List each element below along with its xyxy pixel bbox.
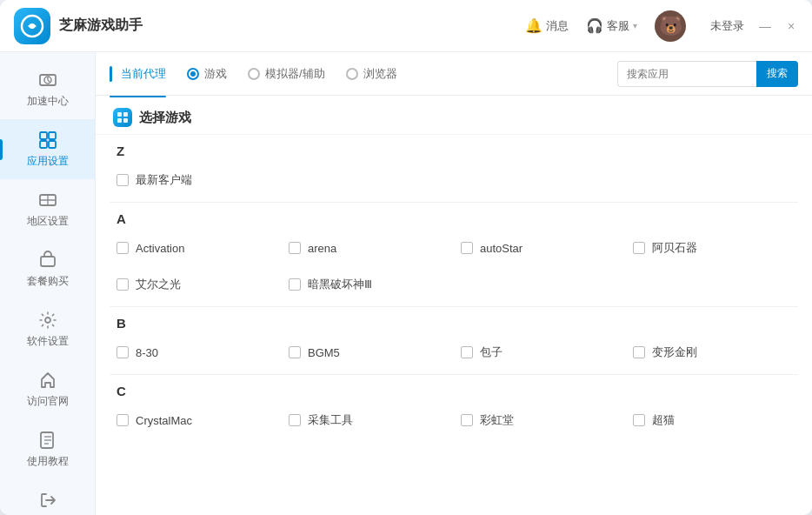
headset-icon: 🎧 (586, 17, 603, 35)
svg-rect-7 (49, 141, 56, 148)
main-window: 芝麻游戏助手 🔔 消息 🎧 客服 ▾ 🐻 未登录 — × (0, 0, 812, 515)
checkbox-crystalmac[interactable] (116, 414, 129, 426)
checkbox-latest[interactable] (116, 174, 129, 186)
game-item-caihhong[interactable]: 彩虹堂 (454, 404, 626, 437)
game-row-b1: 8-30 BGM5 包子 变形金刚 (96, 334, 812, 371)
checkbox-diablo3[interactable] (289, 278, 301, 291)
sidebar-item-website[interactable]: 访问官网 (0, 359, 95, 419)
search-button[interactable]: 搜索 (756, 61, 798, 87)
game-item-830[interactable]: 8-30 (110, 336, 282, 369)
tab-emulator[interactable]: 模拟器/辅助 (248, 63, 325, 85)
close-button[interactable]: × (784, 19, 798, 33)
select-game-header: 选择游戏 (96, 96, 812, 135)
game-item-abeshiqi[interactable]: 阿贝石器 (626, 231, 798, 264)
game-item-latest[interactable]: 最新客户端 (110, 164, 282, 197)
checkbox-autostar[interactable] (461, 242, 473, 254)
sidebar-label-speedup: 加速中心 (27, 94, 69, 109)
sidebar-item-speedup[interactable]: 加速中心 (0, 59, 95, 119)
letter-z: Z (96, 135, 812, 162)
sidebar-item-tutorial[interactable]: 使用教程 (0, 419, 95, 479)
radio-game (187, 68, 199, 80)
packages-icon (37, 250, 58, 271)
minimize-button[interactable]: — (758, 19, 772, 33)
checkbox-chaomao[interactable] (633, 414, 645, 426)
game-item-chaomao[interactable]: 超猫 (626, 404, 798, 437)
svg-point-12 (45, 318, 50, 323)
logout-icon (37, 490, 58, 511)
sidebar-label-tutorial: 使用教程 (27, 454, 69, 469)
letter-a: A (96, 203, 812, 230)
tutorial-icon (37, 430, 58, 451)
game-row-c1: CrystalMac 采集工具 彩虹堂 超猫 (96, 402, 812, 438)
titlebar: 芝麻游戏助手 🔔 消息 🎧 客服 ▾ 🐻 未登录 — × (0, 0, 812, 52)
sidebar-label-packages: 套餐购买 (27, 274, 69, 289)
game-item-caiji[interactable]: 采集工具 (282, 404, 454, 437)
game-list-area[interactable]: 选择游戏 Z 最新客户端 A (96, 96, 812, 515)
svg-rect-11 (41, 257, 55, 266)
tab-current-proxy[interactable]: 当前代理 (110, 63, 166, 85)
checkbox-bgm5[interactable] (289, 346, 301, 358)
sidebar-item-software[interactable]: 软件设置 (0, 299, 95, 359)
avatar-icon: 🐻 (659, 15, 682, 37)
svg-rect-19 (117, 118, 122, 123)
game-item-bgm5[interactable]: BGM5 (282, 336, 454, 369)
tab-divider (110, 66, 112, 82)
tab-browser[interactable]: 浏览器 (346, 63, 397, 85)
game-item-diablo3[interactable]: 暗黑破坏神Ⅲ (282, 268, 454, 301)
appsettings-icon (37, 130, 58, 150)
checkbox-aierzhi[interactable] (116, 278, 129, 291)
checkbox-caiji[interactable] (289, 414, 301, 426)
logout-button[interactable]: 退出登录 (0, 479, 95, 515)
sidebar-label-appsettings: 应用设置 (27, 154, 69, 169)
support-button[interactable]: 🎧 客服 ▾ (586, 17, 637, 35)
game-name-arena: arena (308, 242, 336, 255)
search-box: 搜索 (617, 61, 798, 87)
game-item-activation[interactable]: Activation (110, 231, 282, 264)
tab-current-proxy-label: 当前代理 (121, 66, 166, 82)
game-name-aierzhi: 艾尔之光 (136, 277, 181, 292)
game-name-autostar: autoStar (480, 242, 522, 255)
sidebar-label-website: 访问官网 (27, 394, 69, 409)
checkbox-arena[interactable] (289, 242, 301, 254)
game-item-aierzhi[interactable]: 艾尔之光 (110, 268, 282, 301)
game-name-bgm5: BGM5 (308, 346, 340, 359)
game-item-baozi[interactable]: 包子 (454, 336, 626, 369)
checkbox-activation[interactable] (116, 242, 129, 254)
message-button[interactable]: 🔔 消息 (525, 17, 569, 35)
radio-emulator (248, 68, 260, 80)
checkbox-abeshiqi[interactable] (633, 242, 645, 254)
search-input[interactable] (617, 61, 756, 87)
software-icon (37, 310, 58, 331)
game-name-crystalmac: CrystalMac (136, 414, 192, 427)
bell-icon: 🔔 (525, 17, 542, 35)
game-item-arena[interactable]: arena (282, 231, 454, 264)
svg-rect-4 (40, 132, 47, 139)
sidebar-label-software: 软件设置 (27, 334, 69, 349)
section-b: B 8-30 BGM5 包子 (96, 307, 812, 371)
checkbox-baozi[interactable] (461, 346, 473, 358)
game-row-z: 最新客户端 (96, 162, 812, 198)
tab-game-label: 游戏 (204, 66, 227, 82)
section-z: Z 最新客户端 (96, 135, 812, 198)
letter-c: C (96, 375, 812, 402)
game-item-autostar[interactable]: autoStar (454, 231, 626, 264)
game-name-caiji: 采集工具 (308, 412, 353, 428)
username-label: 未登录 (710, 18, 744, 34)
sidebar-item-region[interactable]: 地区设置 (0, 179, 95, 239)
game-name-diablo3: 暗黑破坏神Ⅲ (308, 277, 372, 292)
game-item-crystalmac[interactable]: CrystalMac (110, 404, 282, 437)
checkbox-830[interactable] (116, 346, 129, 358)
sidebar-item-packages[interactable]: 套餐购买 (0, 239, 95, 299)
game-item-transformers[interactable]: 变形金刚 (626, 336, 798, 369)
svg-rect-6 (40, 141, 47, 148)
message-label: 消息 (546, 18, 569, 34)
checkbox-transformers[interactable] (633, 346, 645, 358)
svg-rect-5 (49, 132, 56, 139)
avatar[interactable]: 🐻 (655, 10, 686, 42)
tab-game[interactable]: 游戏 (187, 63, 227, 85)
select-game-icon (113, 108, 132, 127)
sidebar-item-appsettings[interactable]: 应用设置 (0, 119, 95, 179)
checkbox-caihong[interactable] (461, 414, 473, 426)
svg-rect-18 (123, 112, 128, 117)
select-game-title: 选择游戏 (139, 110, 191, 126)
